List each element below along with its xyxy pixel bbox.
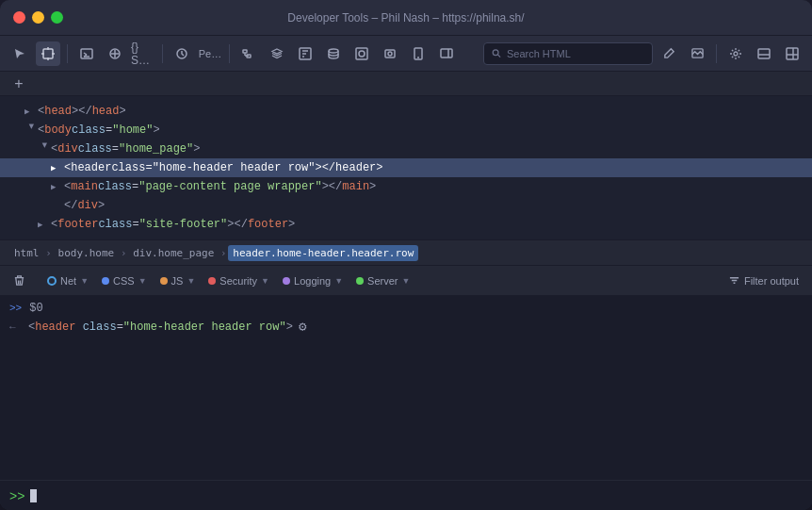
console-line-prompt: >> $0 — [0, 300, 812, 317]
arrow-head[interactable]: ▶ — [24, 107, 38, 117]
css-filter-button[interactable]: CSS ▼ — [96, 271, 153, 291]
svg-point-23 — [388, 52, 392, 56]
title-bar: Developer Tools – Phil Nash – https://ph… — [0, 0, 812, 36]
dom-main-line[interactable]: ▶ <main class="page-content page wrapper… — [0, 177, 812, 196]
css-label: CSS — [113, 275, 135, 287]
separator-3 — [229, 44, 230, 63]
filter-label: Filter output — [744, 275, 799, 287]
minimize-button[interactable] — [32, 11, 44, 24]
svg-rect-0 — [43, 49, 53, 58]
net-label: Net — [60, 275, 76, 287]
bc-arrow-1: › — [44, 248, 54, 258]
dom-body-line[interactable]: ▶ <body class="home"> — [0, 121, 812, 140]
svg-rect-20 — [356, 48, 367, 59]
bc-html[interactable]: html — [9, 245, 44, 261]
dom-footer-line[interactable]: ▶ <footer class="site-footer"></footer> — [0, 215, 812, 234]
bc-body[interactable]: body.home — [54, 245, 120, 261]
timeline-icon[interactable] — [293, 41, 317, 66]
logging-dropdown-arrow: ▼ — [334, 276, 343, 286]
canvas-icon[interactable] — [349, 41, 374, 66]
console-prompt-bar[interactable]: >> — [0, 480, 812, 510]
screenshot2-icon[interactable] — [685, 41, 709, 66]
arrow-div[interactable]: ▶ — [40, 142, 50, 156]
main-toolbar: {} S… Pe… — [0, 36, 812, 72]
js-filter-button[interactable]: JS ▼ — [154, 271, 202, 291]
layers-icon[interactable] — [265, 41, 289, 66]
svg-point-19 — [329, 49, 338, 53]
server-dot — [356, 277, 364, 285]
element-picker-icon[interactable] — [36, 41, 60, 66]
performance-icon[interactable] — [170, 41, 194, 66]
search-input[interactable] — [507, 48, 644, 59]
server-label: Server — [367, 275, 398, 287]
dom-tree: ▶ <head></head> ▶ <body class="home"> ▶ … — [0, 96, 812, 239]
security-dot — [208, 277, 216, 285]
console-code-line: ← <header class="home-header header row"… — [0, 317, 812, 337]
panel-toggle-icon[interactable] — [752, 41, 776, 66]
console-empty-space — [0, 337, 812, 476]
inspector-icon[interactable] — [103, 41, 127, 66]
dom-div-close-line[interactable]: </div> — [0, 196, 812, 215]
close-button[interactable] — [13, 11, 25, 24]
dom-div-line[interactable]: ▶ <div class="home_page"> — [0, 140, 812, 158]
security-dropdown-arrow: ▼ — [261, 276, 269, 286]
device-icon[interactable] — [406, 41, 430, 66]
dom-header-line[interactable]: ▶ <header class="home-header header row"… — [0, 158, 812, 177]
net-dropdown-arrow: ▼ — [80, 276, 89, 286]
logging-filter-button[interactable]: Logging ▼ — [277, 271, 349, 291]
svg-rect-22 — [385, 50, 395, 58]
console-dollar-var: $0 — [29, 302, 42, 315]
security-filter-button[interactable]: Security ▼ — [203, 271, 275, 291]
inspector-panel: + ▶ <head></head> ▶ <body class="home"> … — [0, 72, 812, 510]
traffic-lights — [13, 11, 63, 24]
return-arrow-icon: ← — [9, 321, 23, 333]
js-label: JS — [171, 275, 184, 287]
js-dropdown-arrow: ▼ — [187, 276, 195, 286]
logging-label: Logging — [294, 275, 331, 287]
dom-head-line[interactable]: ▶ <head></head> — [0, 102, 812, 121]
arrow-header[interactable]: ▶ — [51, 163, 64, 173]
html-search-bar[interactable] — [483, 42, 653, 65]
console-area: >> $0 ← <header class="home-header heade… — [0, 296, 812, 480]
breadcrumb-bar: html › body.home › div.home_page › heade… — [0, 239, 812, 266]
net-dot — [47, 276, 57, 286]
net-filter-button[interactable]: Net ▼ — [41, 271, 94, 291]
gear-settings-icon[interactable]: ⚙ — [299, 319, 306, 335]
svg-line-29 — [498, 55, 500, 57]
maximize-button[interactable] — [51, 11, 63, 24]
settings-icon[interactable] — [723, 41, 748, 66]
separator-5 — [716, 44, 717, 63]
svg-point-31 — [734, 52, 738, 56]
edit-icon[interactable] — [657, 41, 681, 66]
bc-arrow-2: › — [119, 248, 128, 258]
bc-header[interactable]: header.home-header.header.row — [228, 245, 418, 261]
filter-output-button[interactable]: Filter output — [723, 271, 804, 291]
console-icon[interactable] — [74, 41, 99, 66]
css-dropdown-arrow: ▼ — [138, 276, 147, 286]
svg-rect-11 — [243, 50, 247, 53]
js-dot — [160, 277, 168, 285]
svg-rect-26 — [441, 49, 452, 58]
svg-point-28 — [493, 50, 498, 56]
fullscreen-icon[interactable] — [780, 41, 804, 66]
dom-toolbar: + — [0, 72, 812, 96]
clear-console-button[interactable] — [8, 270, 30, 292]
svg-rect-32 — [758, 49, 770, 58]
arrow-body[interactable]: ▶ — [26, 123, 37, 137]
arrow-footer[interactable]: ▶ — [38, 220, 51, 230]
window-title: Developer Tools – Phil Nash – https://ph… — [287, 11, 524, 25]
refresh-icon[interactable]: Pe… — [198, 41, 222, 66]
server-filter-button[interactable]: Server ▼ — [350, 271, 415, 291]
screenshot-icon[interactable] — [378, 41, 402, 66]
console-toolbar: Net ▼ CSS ▼ JS ▼ Security ▼ — [0, 266, 812, 296]
responsive-icon[interactable] — [434, 41, 459, 66]
code-braces-icon[interactable]: {} S… — [131, 41, 155, 66]
arrow-main[interactable]: ▶ — [51, 182, 64, 192]
add-node-button[interactable]: + — [9, 74, 28, 93]
separator-2 — [162, 44, 163, 63]
svg-point-21 — [359, 51, 365, 57]
network-icon[interactable] — [236, 41, 261, 66]
bc-div[interactable]: div.home_page — [128, 245, 219, 261]
storage-icon[interactable] — [321, 41, 346, 66]
cursor-icon[interactable] — [8, 41, 32, 66]
